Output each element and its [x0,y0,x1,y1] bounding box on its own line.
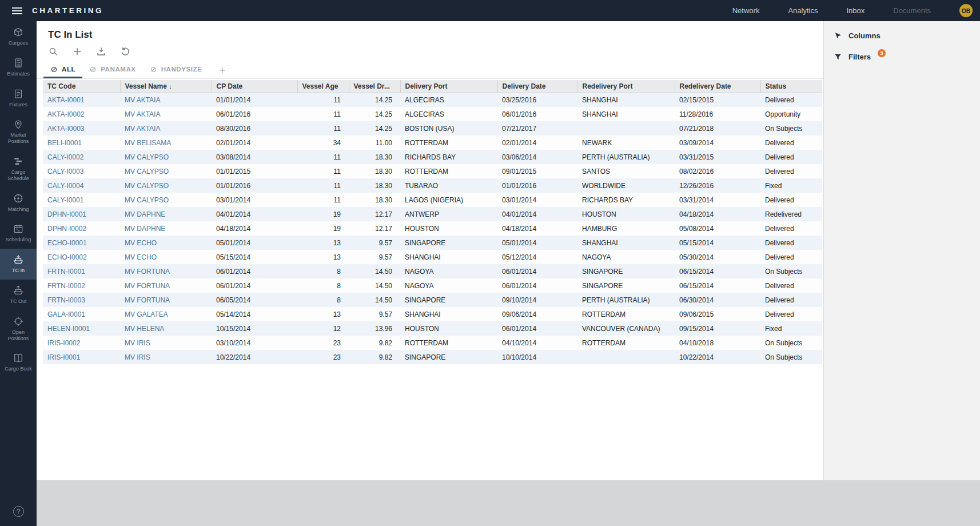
table-row[interactable]: ECHO-I0002MV ECHO05/15/2014139.57SHANGHA… [43,250,822,264]
table-row[interactable]: AKTA-I0002MV AKTAIA06/01/20161114.25ALGE… [43,107,822,121]
columns-button[interactable]: Columns [824,25,980,46]
sidebar-item-open-positions[interactable]: Open Positions [0,310,37,348]
vessel-name-link[interactable]: MV CALYPSO [125,153,169,161]
table-row[interactable]: CALY-I0001MV CALYPSO03/01/20141118.30LAG… [43,193,822,207]
table-row[interactable]: GALA-I0001MV GALATEA05/14/2014139.57SHAN… [43,307,822,321]
sidebar-item-fixtures[interactable]: Fixtures [0,83,37,114]
view-icon [50,66,58,73]
vessel-name-link[interactable]: MV DAPHNE [125,225,165,233]
vessel-name-link[interactable]: MV AKTAIA [125,96,160,104]
table-row[interactable]: IRIS-I0001MV IRIS10/22/2014239.82SINGAPO… [43,350,822,364]
filters-button[interactable]: Filters 3 [824,46,980,67]
add-button[interactable] [72,46,82,57]
table-row[interactable]: CALY-I0003MV CALYPSO01/01/20151118.30ROT… [43,164,822,178]
table-row[interactable]: CALY-I0002MV CALYPSO03/08/20141118.30RIC… [43,150,822,164]
table-row[interactable]: FRTN-I0002MV FORTUNA06/01/2014814.50NAGO… [43,278,822,293]
tc-code-link[interactable]: BELI-I0001 [47,139,82,147]
col-header-redelivery-port[interactable]: Redelivery Port [577,80,675,93]
right-panel: Columns Filters 3 [823,21,980,480]
tc-code-link[interactable]: FRTN-I0003 [47,296,85,304]
tc-code-link[interactable]: DPHN-I0002 [47,225,86,233]
tc-code-link[interactable]: ECHO-I0002 [47,253,87,261]
tc-in-table: TC CodeVessel Name↓CP DateVessel AgeVess… [43,80,822,364]
table-row[interactable]: ECHO-I0001MV ECHO05/01/2014139.57SINGAPO… [43,236,822,250]
tc-code-link[interactable]: AKTA-I0002 [47,110,84,118]
vessel-name-link[interactable]: MV BELISAMA [125,139,171,147]
vessel-name-link[interactable]: MV CALYPSO [125,168,169,176]
vessel-name-link[interactable]: MV ECHO [125,253,157,261]
table-row[interactable]: HELEN-I0001MV HELENA10/15/20141213.96HOU… [43,321,822,336]
sidebar-item-matching[interactable]: Matching [0,188,37,218]
vessel-name-link[interactable]: MV AKTAIA [125,110,160,118]
tc-code-link[interactable]: CALY-I0003 [47,168,83,176]
sidebar-item-scheduling[interactable]: Scheduling [0,218,37,249]
vessel-name-link[interactable]: MV FORTUNA [125,296,170,304]
vessel-name-link[interactable]: MV HELENA [125,325,164,333]
tc-code-link[interactable]: IRIS-I0002 [47,339,80,347]
vessel-name-link[interactable]: MV GALATEA [125,310,168,318]
view-icon [89,66,97,73]
tc-code-link[interactable]: GALA-I0001 [47,310,85,318]
col-header-vessel-dr[interactable]: Vessel Dr... [349,80,400,93]
tc-code-link[interactable]: ECHO-I0001 [47,239,87,247]
sidebar-item-tc-in[interactable]: TC In [0,249,37,280]
reset-button[interactable] [120,46,130,57]
tab-all[interactable]: ALL [43,62,82,78]
tc-code-link[interactable]: CALY-I0004 [47,182,83,190]
table-row[interactable]: AKTA-I0001MV AKTAIA01/01/20141114.25ALGE… [43,93,822,107]
table-row[interactable]: IRIS-I0002MV IRIS03/10/2014239.82ROTTERD… [43,336,822,350]
tc-code-link[interactable]: AKTA-I0001 [47,96,84,104]
tc-code-link[interactable]: CALY-I0001 [47,196,83,204]
col-header-delivery-port[interactable]: Delivery Port [400,80,497,93]
tc-code-link[interactable]: CALY-I0002 [47,153,83,161]
add-view-button[interactable] [209,62,236,78]
search-button[interactable] [48,46,58,57]
menu-icon[interactable] [12,7,22,14]
nav-documents[interactable]: Documents [893,6,931,15]
filters-icon [834,53,842,61]
vessel-name-link[interactable]: MV DAPHNE [125,210,165,218]
vessel-name-link[interactable]: MV CALYPSO [125,182,169,190]
table-row[interactable]: DPHN-I0001MV DAPHNE04/01/20141912.17ANTW… [43,207,822,221]
tab-panamax[interactable]: PANAMAX [82,62,143,78]
tc-code-link[interactable]: FRTN-I0002 [47,282,85,290]
tc-code-link[interactable]: AKTA-I0003 [47,125,84,133]
tc-code-link[interactable]: IRIS-I0001 [47,353,80,361]
tab-handysize[interactable]: HANDYSIZE [143,62,209,78]
col-header-redelivery-date[interactable]: Redelivery Date [675,80,760,93]
download-button[interactable] [96,46,106,57]
tc-code-link[interactable]: HELEN-I0001 [47,325,90,333]
sidebar-item-tc-out[interactable]: TC Out [0,280,37,310]
vessel-name-link[interactable]: MV ECHO [125,239,157,247]
sidebar-item-estimates[interactable]: Estimates [0,52,37,83]
col-header-vessel-age[interactable]: Vessel Age [297,80,349,93]
nav-inbox[interactable]: Inbox [846,6,865,15]
table-row[interactable]: BELI-I0001MV BELISAMA02/01/20143411.00RO… [43,136,822,150]
nav-analytics[interactable]: Analytics [788,6,818,15]
tc-code-link[interactable]: FRTN-I0001 [47,268,85,276]
col-header-cp-date[interactable]: CP Date [212,80,297,93]
col-header-tc-code[interactable]: TC Code [43,80,120,93]
table-row[interactable]: DPHN-I0002MV DAPHNE04/18/20141912.17HOUS… [43,221,822,236]
vessel-name-link[interactable]: MV IRIS [125,339,150,347]
table-row[interactable]: CALY-I0004MV CALYPSO01/01/20161118.30TUB… [43,178,822,193]
col-header-delivery-date[interactable]: Delivery Date [497,80,577,93]
tc-code-link[interactable]: DPHN-I0001 [47,210,86,218]
sidebar-item-market-positions[interactable]: Market Positions [0,113,37,150]
vessel-name-link[interactable]: MV IRIS [125,353,150,361]
vessel-name-link[interactable]: MV FORTUNA [125,268,170,276]
col-header-status[interactable]: Status [760,80,822,93]
avatar[interactable]: OB [959,4,973,17]
nav-network[interactable]: Network [732,6,760,15]
sidebar-item-cargoes[interactable]: Cargoes [0,21,37,52]
sidebar-item-cargo-book[interactable]: Cargo Book [0,347,37,378]
vessel-name-link[interactable]: MV CALYPSO [125,196,169,204]
vessel-name-link[interactable]: MV AKTAIA [125,125,160,133]
sidebar-item-cargo-schedule[interactable]: Cargo Schedule [0,150,37,188]
table-row[interactable]: FRTN-I0001MV FORTUNA06/01/2014814.50NAGO… [43,264,822,278]
col-header-vessel-name[interactable]: Vessel Name↓ [120,80,212,93]
vessel-name-link[interactable]: MV FORTUNA [125,282,170,290]
help-button[interactable]: ? [13,506,24,517]
table-row[interactable]: AKTA-I0003MV AKTAIA08/30/20161114.25BOST… [43,121,822,136]
table-row[interactable]: FRTN-I0003MV FORTUNA06/05/2014814.50SING… [43,293,822,307]
